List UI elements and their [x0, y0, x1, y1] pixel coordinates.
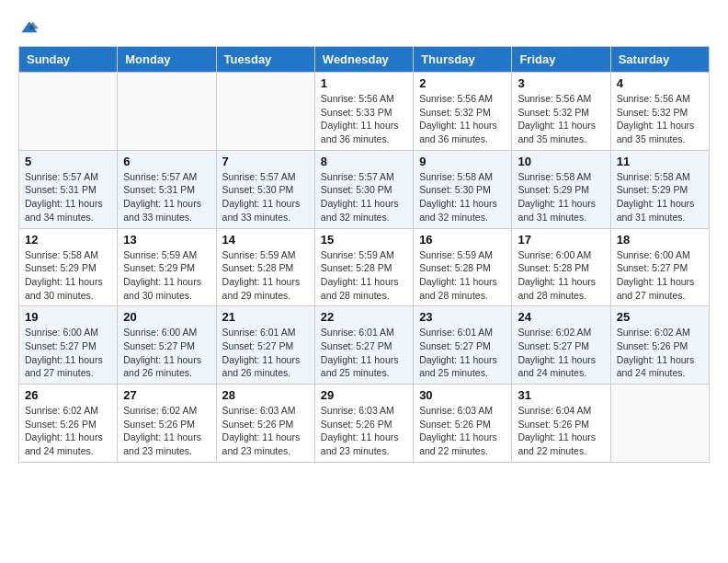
calendar-cell: 10Sunrise: 5:58 AM Sunset: 5:29 PM Dayli… [512, 150, 610, 228]
calendar-cell: 9Sunrise: 5:58 AM Sunset: 5:30 PM Daylig… [414, 150, 512, 228]
calendar-cell: 28Sunrise: 6:03 AM Sunset: 5:26 PM Dayli… [216, 385, 314, 463]
day-info: Sunrise: 5:57 AM Sunset: 5:31 PM Dayligh… [123, 171, 201, 223]
day-info: Sunrise: 5:58 AM Sunset: 5:30 PM Dayligh… [419, 171, 497, 223]
calendar-cell: 23Sunrise: 6:01 AM Sunset: 5:27 PM Dayli… [414, 306, 512, 385]
day-number: 29 [321, 388, 407, 402]
day-info: Sunrise: 6:01 AM Sunset: 5:27 PM Dayligh… [222, 327, 301, 378]
calendar-week-2: 5Sunrise: 5:57 AM Sunset: 5:31 PM Daylig… [19, 150, 710, 228]
calendar-header-row: SundayMondayTuesdayWednesdayThursdayFrid… [19, 47, 710, 73]
day-info: Sunrise: 6:00 AM Sunset: 5:28 PM Dayligh… [518, 249, 596, 301]
weekday-header-tuesday: Tuesday [216, 47, 314, 73]
calendar-week-5: 26Sunrise: 6:02 AM Sunset: 5:26 PM Dayli… [19, 385, 710, 463]
day-number: 14 [222, 233, 309, 247]
day-info: Sunrise: 5:56 AM Sunset: 5:33 PM Dayligh… [321, 93, 399, 144]
logo [18, 18, 39, 37]
calendar-cell: 27Sunrise: 6:02 AM Sunset: 5:26 PM Dayli… [118, 385, 216, 463]
day-number: 19 [25, 310, 111, 324]
calendar-cell: 6Sunrise: 5:57 AM Sunset: 5:31 PM Daylig… [118, 150, 216, 228]
day-info: Sunrise: 6:03 AM Sunset: 5:26 PM Dayligh… [419, 405, 497, 456]
day-number: 23 [419, 310, 506, 324]
calendar-week-3: 12Sunrise: 5:58 AM Sunset: 5:29 PM Dayli… [19, 228, 710, 306]
day-number: 2 [419, 76, 506, 90]
day-number: 12 [25, 233, 111, 247]
day-number: 24 [518, 310, 604, 324]
day-number: 18 [617, 233, 703, 247]
calendar-cell: 13Sunrise: 5:59 AM Sunset: 5:29 PM Dayli… [118, 228, 216, 306]
day-number: 27 [123, 388, 210, 402]
day-info: Sunrise: 5:58 AM Sunset: 5:29 PM Dayligh… [617, 171, 695, 223]
calendar-cell: 19Sunrise: 6:00 AM Sunset: 5:27 PM Dayli… [19, 306, 118, 385]
calendar-table: SundayMondayTuesdayWednesdayThursdayFrid… [18, 46, 710, 463]
day-info: Sunrise: 5:58 AM Sunset: 5:29 PM Dayligh… [25, 249, 103, 301]
day-info: Sunrise: 6:02 AM Sunset: 5:27 PM Dayligh… [518, 327, 596, 378]
weekday-header-sunday: Sunday [19, 47, 118, 73]
weekday-header-monday: Monday [118, 47, 216, 73]
day-info: Sunrise: 6:04 AM Sunset: 5:26 PM Dayligh… [518, 405, 596, 456]
day-number: 17 [518, 233, 604, 247]
day-number: 6 [123, 155, 210, 168]
day-info: Sunrise: 6:00 AM Sunset: 5:27 PM Dayligh… [25, 327, 103, 378]
day-number: 16 [419, 233, 506, 247]
day-info: Sunrise: 5:56 AM Sunset: 5:32 PM Dayligh… [617, 93, 695, 144]
day-info: Sunrise: 5:57 AM Sunset: 5:30 PM Dayligh… [321, 171, 399, 223]
day-number: 1 [321, 76, 407, 90]
calendar-cell: 18Sunrise: 6:00 AM Sunset: 5:27 PM Dayli… [610, 228, 709, 306]
day-number: 25 [617, 310, 703, 324]
day-info: Sunrise: 5:59 AM Sunset: 5:28 PM Dayligh… [419, 249, 497, 301]
calendar-cell: 2Sunrise: 5:56 AM Sunset: 5:32 PM Daylig… [414, 73, 512, 151]
day-number: 22 [321, 310, 407, 324]
calendar-cell: 20Sunrise: 6:00 AM Sunset: 5:27 PM Dayli… [118, 306, 216, 385]
day-number: 31 [518, 388, 604, 402]
day-info: Sunrise: 6:00 AM Sunset: 5:27 PM Dayligh… [123, 327, 201, 378]
calendar-cell: 29Sunrise: 6:03 AM Sunset: 5:26 PM Dayli… [314, 385, 413, 463]
day-number: 11 [617, 155, 703, 168]
calendar-cell: 14Sunrise: 5:59 AM Sunset: 5:28 PM Dayli… [216, 228, 314, 306]
day-number: 28 [222, 388, 309, 402]
day-info: Sunrise: 5:57 AM Sunset: 5:31 PM Dayligh… [25, 171, 103, 223]
day-number: 21 [222, 310, 309, 324]
calendar-week-4: 19Sunrise: 6:00 AM Sunset: 5:27 PM Dayli… [19, 306, 710, 385]
calendar-cell: 15Sunrise: 5:59 AM Sunset: 5:28 PM Dayli… [314, 228, 413, 306]
calendar-cell: 1Sunrise: 5:56 AM Sunset: 5:33 PM Daylig… [314, 73, 413, 151]
day-info: Sunrise: 5:56 AM Sunset: 5:32 PM Dayligh… [419, 93, 497, 144]
calendar-cell: 26Sunrise: 6:02 AM Sunset: 5:26 PM Dayli… [19, 385, 118, 463]
day-number: 7 [222, 155, 309, 168]
weekday-header-saturday: Saturday [610, 47, 709, 73]
day-info: Sunrise: 6:02 AM Sunset: 5:26 PM Dayligh… [617, 327, 695, 378]
calendar-cell: 25Sunrise: 6:02 AM Sunset: 5:26 PM Dayli… [610, 306, 709, 385]
weekday-header-wednesday: Wednesday [314, 47, 413, 73]
day-info: Sunrise: 5:56 AM Sunset: 5:32 PM Dayligh… [518, 93, 596, 144]
calendar-cell: 12Sunrise: 5:58 AM Sunset: 5:29 PM Dayli… [19, 228, 118, 306]
logo-icon [20, 18, 39, 37]
day-number: 9 [419, 155, 506, 168]
page-header [18, 18, 710, 37]
day-info: Sunrise: 6:03 AM Sunset: 5:26 PM Dayligh… [321, 405, 399, 456]
weekday-header-friday: Friday [512, 47, 610, 73]
calendar-cell: 4Sunrise: 5:56 AM Sunset: 5:32 PM Daylig… [610, 73, 709, 151]
day-number: 13 [123, 233, 210, 247]
calendar-cell: 7Sunrise: 5:57 AM Sunset: 5:30 PM Daylig… [216, 150, 314, 228]
day-number: 20 [123, 310, 210, 324]
calendar-cell [610, 385, 709, 463]
calendar-cell [216, 73, 314, 151]
calendar-cell: 22Sunrise: 6:01 AM Sunset: 5:27 PM Dayli… [314, 306, 413, 385]
calendar-cell [118, 73, 216, 151]
day-info: Sunrise: 5:59 AM Sunset: 5:29 PM Dayligh… [123, 249, 201, 301]
day-info: Sunrise: 6:02 AM Sunset: 5:26 PM Dayligh… [123, 405, 201, 456]
calendar-week-1: 1Sunrise: 5:56 AM Sunset: 5:33 PM Daylig… [19, 73, 710, 151]
calendar-cell: 11Sunrise: 5:58 AM Sunset: 5:29 PM Dayli… [610, 150, 709, 228]
day-number: 3 [518, 76, 604, 90]
calendar-cell: 30Sunrise: 6:03 AM Sunset: 5:26 PM Dayli… [414, 385, 512, 463]
calendar-cell: 31Sunrise: 6:04 AM Sunset: 5:26 PM Dayli… [512, 385, 610, 463]
calendar-cell: 17Sunrise: 6:00 AM Sunset: 5:28 PM Dayli… [512, 228, 610, 306]
day-number: 5 [25, 155, 111, 168]
calendar-cell: 21Sunrise: 6:01 AM Sunset: 5:27 PM Dayli… [216, 306, 314, 385]
calendar-cell: 3Sunrise: 5:56 AM Sunset: 5:32 PM Daylig… [512, 73, 610, 151]
day-number: 15 [321, 233, 407, 247]
day-number: 8 [321, 155, 407, 168]
calendar-cell [19, 73, 118, 151]
day-info: Sunrise: 6:00 AM Sunset: 5:27 PM Dayligh… [617, 249, 695, 301]
calendar-cell: 5Sunrise: 5:57 AM Sunset: 5:31 PM Daylig… [19, 150, 118, 228]
day-info: Sunrise: 5:59 AM Sunset: 5:28 PM Dayligh… [321, 249, 399, 301]
day-info: Sunrise: 6:03 AM Sunset: 5:26 PM Dayligh… [222, 405, 301, 456]
